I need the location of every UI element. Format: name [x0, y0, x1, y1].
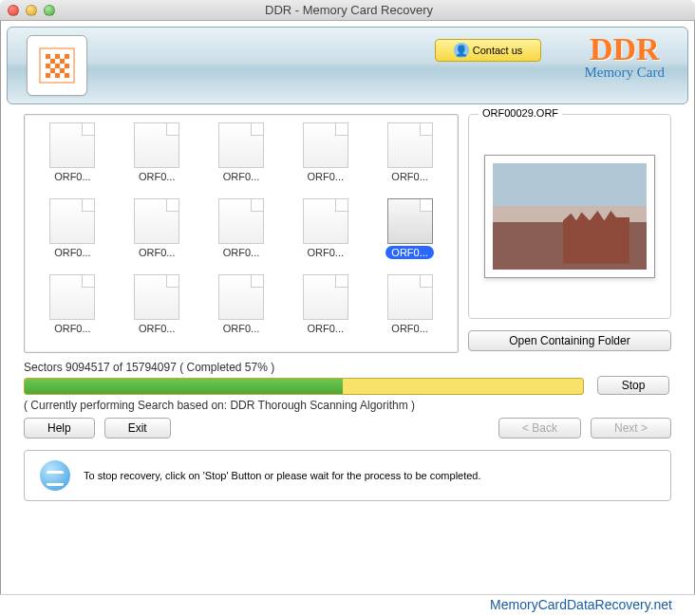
file-item[interactable]: ORF0...: [367, 122, 452, 198]
file-item[interactable]: ORF0...: [115, 198, 199, 274]
contact-label: Contact us: [473, 45, 523, 56]
info-icon: [40, 460, 70, 491]
file-label: ORF0...: [217, 170, 266, 183]
file-item[interactable]: ORF0...: [283, 122, 367, 198]
window-title: DDR - Memory Card Recovery: [55, 3, 643, 17]
zoom-icon[interactable]: [44, 5, 55, 16]
file-label: ORF0...: [385, 246, 434, 259]
svg-rect-5: [60, 59, 65, 64]
file-item[interactable]: ORF0...: [199, 198, 284, 274]
info-box: To stop recovery, click on 'Stop' Button…: [24, 450, 671, 501]
file-label: ORF0...: [48, 322, 97, 335]
middle-row: ORF0...ORF0...ORF0...ORF0...ORF0...ORF0.…: [24, 114, 671, 353]
back-button[interactable]: < Back: [498, 418, 581, 439]
info-message: To stop recovery, click on 'Stop' Button…: [84, 470, 481, 481]
file-label: ORF0...: [217, 246, 266, 259]
app-logo-icon: [36, 45, 78, 86]
svg-rect-11: [46, 73, 50, 78]
file-label: ORF0...: [302, 322, 350, 335]
file-label: ORF0...: [302, 246, 350, 259]
file-label: ORF0...: [48, 246, 97, 259]
sector-progress-text: Sectors 9094517 of 15794097 ( Completed …: [24, 361, 274, 374]
contact-us-button[interactable]: 👤 Contact us: [435, 39, 541, 62]
nav-row: Help Exit < Back Next >: [24, 418, 671, 439]
file-item[interactable]: ORF0...: [30, 122, 115, 198]
file-label: ORF0...: [302, 170, 350, 183]
person-icon: 👤: [454, 43, 469, 58]
file-item[interactable]: ORF0...: [283, 274, 367, 350]
brand-title: DDR: [584, 35, 665, 65]
svg-rect-2: [55, 54, 60, 59]
file-list-panel[interactable]: ORF0...ORF0...ORF0...ORF0...ORF0...ORF0.…: [24, 114, 459, 353]
file-label: ORF0...: [385, 170, 434, 183]
file-icon: [387, 198, 433, 244]
app-window: 👤 Contact us DDR Memory Card ORF0...ORF0…: [0, 21, 695, 595]
svg-rect-7: [55, 64, 60, 68]
brand-subtitle: Memory Card: [584, 65, 665, 81]
preview-filename: ORF00029.ORF: [479, 107, 562, 119]
svg-rect-6: [46, 64, 50, 68]
file-icon: [387, 274, 433, 320]
file-item[interactable]: ORF0...: [199, 122, 284, 198]
file-icon: [49, 274, 95, 320]
file-icon: [218, 274, 264, 320]
svg-rect-1: [46, 54, 50, 59]
file-item[interactable]: ORF0...: [30, 198, 115, 274]
preview-frame: [484, 155, 655, 278]
next-button[interactable]: Next >: [591, 418, 671, 439]
footer-url: MemoryCardDataRecovery.net: [0, 594, 695, 612]
file-icon: [134, 274, 179, 320]
file-icon: [303, 198, 348, 244]
file-item[interactable]: ORF0...: [115, 122, 199, 198]
svg-rect-9: [50, 68, 55, 73]
progress-bar: [24, 378, 584, 395]
help-button[interactable]: Help: [24, 418, 95, 439]
header-banner: 👤 Contact us DDR Memory Card: [7, 27, 688, 104]
svg-rect-13: [65, 73, 69, 78]
file-item[interactable]: ORF0...: [115, 274, 199, 350]
close-icon[interactable]: [8, 5, 19, 16]
preview-group: ORF00029.ORF: [468, 114, 671, 319]
file-icon: [387, 122, 433, 168]
file-label: ORF0...: [217, 322, 266, 335]
progress-fill: [25, 379, 343, 394]
file-icon: [218, 198, 264, 244]
file-label: ORF0...: [133, 322, 181, 335]
file-icon: [303, 274, 348, 320]
preview-image: [493, 163, 647, 270]
stop-button[interactable]: Stop: [597, 376, 669, 395]
preview-column: ORF00029.ORF Open Containing Folder: [468, 114, 671, 353]
svg-rect-10: [60, 68, 65, 73]
file-label: ORF0...: [133, 246, 181, 259]
traffic-lights: [8, 5, 55, 16]
exit-button[interactable]: Exit: [104, 418, 171, 439]
logo-button[interactable]: [27, 35, 87, 96]
main-body: ORF0...ORF0...ORF0...ORF0...ORF0...ORF0.…: [7, 104, 688, 501]
open-containing-folder-button[interactable]: Open Containing Folder: [468, 330, 671, 351]
file-label: ORF0...: [385, 322, 434, 335]
svg-rect-12: [55, 73, 60, 78]
brand-block: DDR Memory Card: [584, 35, 665, 81]
svg-rect-3: [65, 54, 69, 59]
file-icon: [49, 198, 95, 244]
svg-rect-8: [65, 64, 69, 68]
file-item[interactable]: ORF0...: [283, 198, 367, 274]
file-item[interactable]: ORF0...: [30, 274, 115, 350]
file-icon: [218, 122, 264, 168]
progress-area: Sectors 9094517 of 15794097 ( Completed …: [24, 361, 671, 501]
file-item[interactable]: ORF0...: [367, 274, 452, 350]
file-label: ORF0...: [133, 170, 181, 183]
file-icon: [49, 122, 95, 168]
file-icon: [134, 122, 179, 168]
file-label: ORF0...: [48, 170, 97, 183]
file-icon: [303, 122, 348, 168]
svg-rect-4: [50, 59, 55, 64]
algorithm-text: ( Currently performing Search based on: …: [24, 399, 671, 412]
minimize-icon[interactable]: [26, 5, 37, 16]
file-icon: [134, 198, 179, 244]
titlebar: DDR - Memory Card Recovery: [0, 0, 695, 21]
file-item[interactable]: ORF0...: [367, 198, 452, 274]
file-item[interactable]: ORF0...: [199, 274, 284, 350]
